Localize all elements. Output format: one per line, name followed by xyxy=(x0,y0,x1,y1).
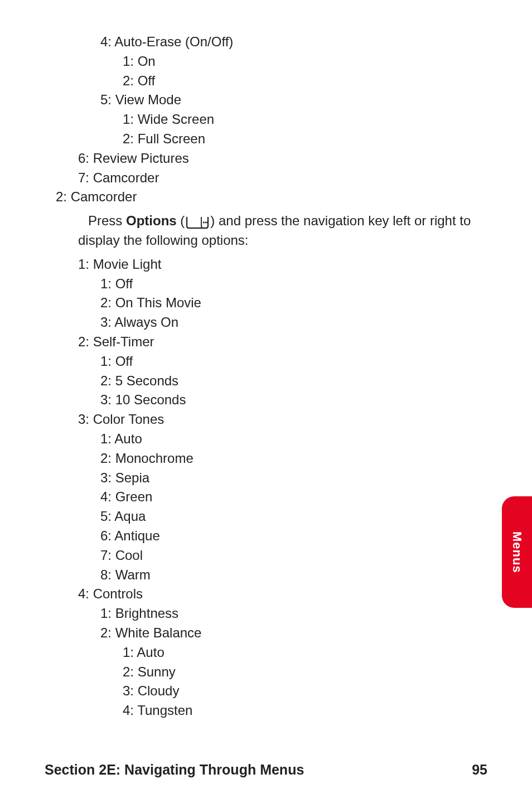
menu-item-auto-erase-on: 1: On xyxy=(123,52,487,71)
svg-point-2 xyxy=(206,221,208,223)
page-footer: Section 2E: Navigating Through Menus 95 xyxy=(0,762,532,778)
side-tab-menus: Menus xyxy=(502,496,532,608)
menu-item-white-balance: 2: White Balance xyxy=(100,623,487,643)
menu-item-camcorder-2: 2: Camcorder xyxy=(56,187,487,207)
menu-item-wb-tungsten: 4: Tungsten xyxy=(123,701,487,720)
menu-item-view-mode-full: 2: Full Screen xyxy=(123,129,487,149)
menu-item-color-antique: 6: Antique xyxy=(100,526,487,546)
menu-item-review-pictures: 6: Review Pictures xyxy=(78,149,487,168)
menu-item-self-timer: 2: Self-Timer xyxy=(78,332,487,352)
svg-point-0 xyxy=(203,221,205,223)
menu-item-color-sepia: 3: Sepia xyxy=(100,468,487,488)
menu-item-self-timer-5: 2: 5 Seconds xyxy=(100,371,487,391)
menu-item-movie-light: 1: Movie Light xyxy=(78,255,487,274)
svg-point-1 xyxy=(205,221,206,223)
options-label: Options xyxy=(126,213,177,228)
menu-item-color-tones: 3: Color Tones xyxy=(78,410,487,429)
footer-page-number: 95 xyxy=(472,762,487,778)
menu-item-self-timer-off: 1: Off xyxy=(100,352,487,371)
menu-item-color-warm: 8: Warm xyxy=(100,565,487,585)
footer-section: Section 2E: Navigating Through Menus xyxy=(45,762,304,778)
menu-item-wb-sunny: 2: Sunny xyxy=(123,662,487,682)
menu-item-brightness: 1: Brightness xyxy=(100,604,487,623)
menu-item-view-mode-wide: 1: Wide Screen xyxy=(123,110,487,129)
menu-item-color-mono: 2: Monochrome xyxy=(100,449,487,468)
menu-item-self-timer-10: 3: 10 Seconds xyxy=(100,390,487,410)
page-content: 4: Auto-Erase (On/Off) 1: On 2: Off 5: V… xyxy=(0,0,532,720)
options-paragraph: Press Options ( ) and press the navigati… xyxy=(78,211,487,250)
menu-item-movie-light-off: 1: Off xyxy=(100,274,487,294)
menu-item-color-cool: 7: Cool xyxy=(100,546,487,565)
softkey-icon xyxy=(185,215,210,229)
menu-item-movie-light-always: 3: Always On xyxy=(100,313,487,332)
menu-item-wb-cloudy: 3: Cloudy xyxy=(123,681,487,701)
side-tab-label: Menus xyxy=(510,531,524,573)
menu-item-color-green: 4: Green xyxy=(100,487,487,507)
menu-item-movie-light-on-this: 2: On This Movie xyxy=(100,293,487,313)
paragraph-post: ( xyxy=(177,213,185,228)
menu-item-color-aqua: 5: Aqua xyxy=(100,507,487,526)
menu-item-view-mode: 5: View Mode xyxy=(100,90,487,110)
menu-item-wb-auto: 1: Auto xyxy=(123,643,487,662)
paragraph-pre: Press xyxy=(88,213,126,228)
menu-item-camcorder-7: 7: Camcorder xyxy=(78,168,487,188)
menu-item-color-auto: 1: Auto xyxy=(100,429,487,449)
menu-item-auto-erase: 4: Auto-Erase (On/Off) xyxy=(100,32,487,52)
menu-item-controls: 4: Controls xyxy=(78,584,487,604)
menu-item-auto-erase-off: 2: Off xyxy=(123,71,487,91)
